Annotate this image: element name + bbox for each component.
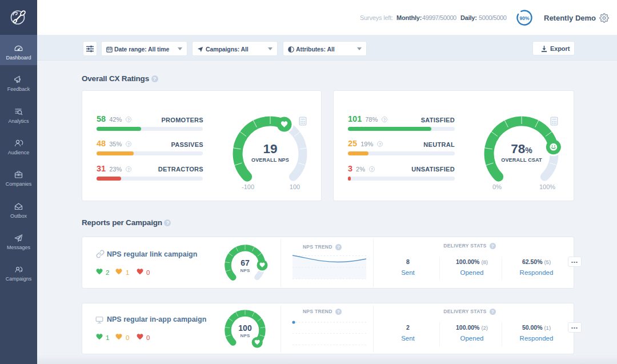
svg-text:90%: 90%	[519, 15, 529, 21]
